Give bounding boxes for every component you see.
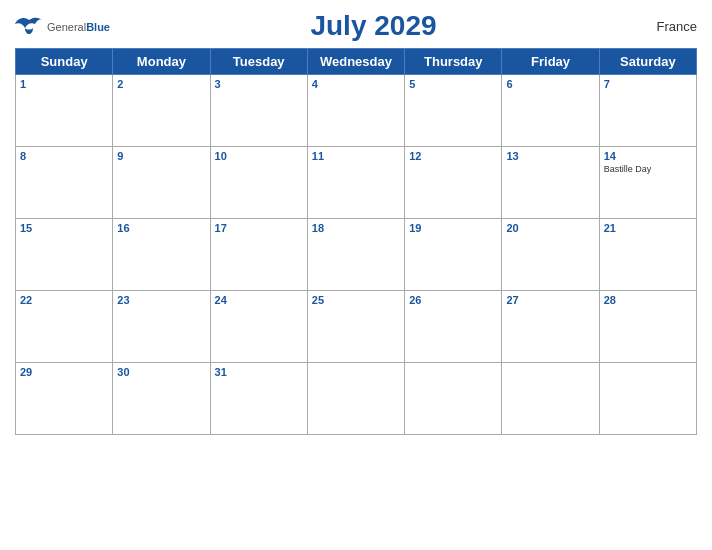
table-row: 20 [502, 219, 599, 291]
calendar-page: GeneralBlue July 2029 France Sunday Mond… [0, 0, 712, 550]
holiday-label: Bastille Day [604, 164, 692, 174]
col-monday: Monday [113, 49, 210, 75]
col-sunday: Sunday [16, 49, 113, 75]
col-saturday: Saturday [599, 49, 696, 75]
logo: GeneralBlue [15, 16, 110, 36]
table-row: 24 [210, 291, 307, 363]
day-number: 1 [20, 78, 108, 90]
day-number: 31 [215, 366, 303, 378]
day-number: 23 [117, 294, 205, 306]
table-row: 1 [16, 75, 113, 147]
table-row: 18 [307, 219, 404, 291]
table-row: 5 [405, 75, 502, 147]
table-row: 7 [599, 75, 696, 147]
table-row: 30 [113, 363, 210, 435]
country-label: France [637, 19, 697, 34]
table-row: 16 [113, 219, 210, 291]
page-header: GeneralBlue July 2029 France [15, 10, 697, 42]
table-row: 26 [405, 291, 502, 363]
table-row: 31 [210, 363, 307, 435]
day-number: 18 [312, 222, 400, 234]
logo-text: GeneralBlue [47, 17, 110, 35]
table-row: 10 [210, 147, 307, 219]
day-number: 17 [215, 222, 303, 234]
col-thursday: Thursday [405, 49, 502, 75]
day-number: 29 [20, 366, 108, 378]
page-title: July 2029 [110, 10, 637, 42]
table-row: 25 [307, 291, 404, 363]
table-row: 17 [210, 219, 307, 291]
table-row: 12 [405, 147, 502, 219]
day-number: 12 [409, 150, 497, 162]
table-row: 23 [113, 291, 210, 363]
day-number: 19 [409, 222, 497, 234]
day-number: 3 [215, 78, 303, 90]
day-number: 9 [117, 150, 205, 162]
calendar-table: Sunday Monday Tuesday Wednesday Thursday… [15, 48, 697, 435]
table-row: 14Bastille Day [599, 147, 696, 219]
calendar-week-row: 293031 [16, 363, 697, 435]
day-number: 16 [117, 222, 205, 234]
table-row: 11 [307, 147, 404, 219]
day-number: 2 [117, 78, 205, 90]
col-tuesday: Tuesday [210, 49, 307, 75]
logo-bird-icon [15, 16, 43, 36]
day-number: 15 [20, 222, 108, 234]
day-number: 26 [409, 294, 497, 306]
col-wednesday: Wednesday [307, 49, 404, 75]
table-row: 15 [16, 219, 113, 291]
day-number: 10 [215, 150, 303, 162]
day-number: 20 [506, 222, 594, 234]
table-row [599, 363, 696, 435]
day-number: 28 [604, 294, 692, 306]
calendar-header-row: Sunday Monday Tuesday Wednesday Thursday… [16, 49, 697, 75]
logo-general: General [47, 21, 86, 33]
table-row: 2 [113, 75, 210, 147]
calendar-week-row: 15161718192021 [16, 219, 697, 291]
day-number: 21 [604, 222, 692, 234]
calendar-week-row: 1234567 [16, 75, 697, 147]
day-number: 4 [312, 78, 400, 90]
table-row: 22 [16, 291, 113, 363]
day-number: 14 [604, 150, 692, 162]
calendar-week-row: 891011121314Bastille Day [16, 147, 697, 219]
day-number: 13 [506, 150, 594, 162]
table-row: 19 [405, 219, 502, 291]
col-friday: Friday [502, 49, 599, 75]
table-row [405, 363, 502, 435]
table-row: 13 [502, 147, 599, 219]
table-row: 3 [210, 75, 307, 147]
table-row: 29 [16, 363, 113, 435]
day-number: 24 [215, 294, 303, 306]
logo-blue: Blue [86, 21, 110, 33]
table-row [307, 363, 404, 435]
table-row: 4 [307, 75, 404, 147]
table-row [502, 363, 599, 435]
day-number: 8 [20, 150, 108, 162]
day-number: 11 [312, 150, 400, 162]
table-row: 21 [599, 219, 696, 291]
day-number: 7 [604, 78, 692, 90]
table-row: 27 [502, 291, 599, 363]
day-number: 27 [506, 294, 594, 306]
day-number: 6 [506, 78, 594, 90]
day-number: 22 [20, 294, 108, 306]
calendar-week-row: 22232425262728 [16, 291, 697, 363]
table-row: 8 [16, 147, 113, 219]
day-number: 30 [117, 366, 205, 378]
day-number: 5 [409, 78, 497, 90]
table-row: 9 [113, 147, 210, 219]
day-number: 25 [312, 294, 400, 306]
table-row: 28 [599, 291, 696, 363]
table-row: 6 [502, 75, 599, 147]
